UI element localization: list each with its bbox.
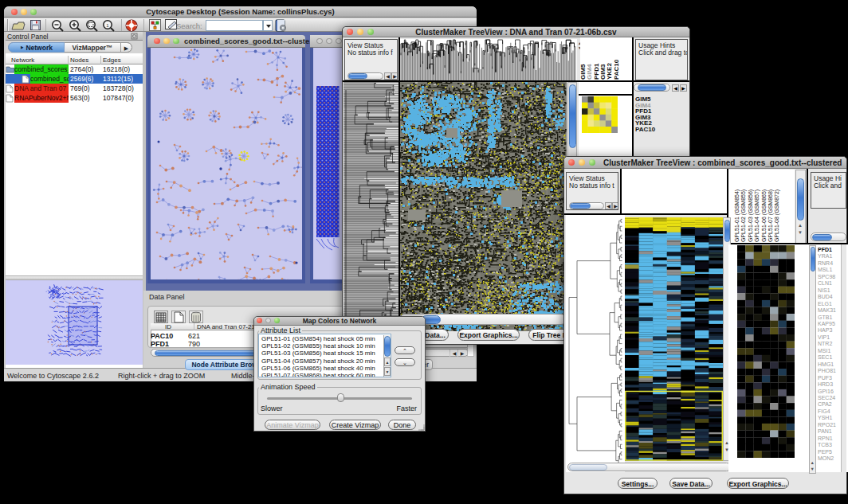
svg-text:GPL51-07 (GSM868): GPL51-07 (GSM868) [768, 189, 774, 242]
svg-text:GPL51-06 (GSM865): GPL51-06 (GSM865) [761, 189, 768, 242]
svg-text:GPL51-08 (GSM872): GPL51-08 (GSM872) [774, 189, 780, 242]
svg-text:GPL51-02 (GSM855): GPL51-02 (GSM855) [740, 189, 747, 242]
svg-text:GPL51-03 (GSM856): GPL51-03 (GSM856) [748, 189, 754, 242]
svg-text:GPL51-04 (GSM857): GPL51-04 (GSM857) [754, 189, 760, 242]
svg-text:GPL51-01 (GSM854): GPL51-01 (GSM854) [734, 189, 740, 242]
svg-text:PAC10: PAC10 [613, 59, 620, 80]
